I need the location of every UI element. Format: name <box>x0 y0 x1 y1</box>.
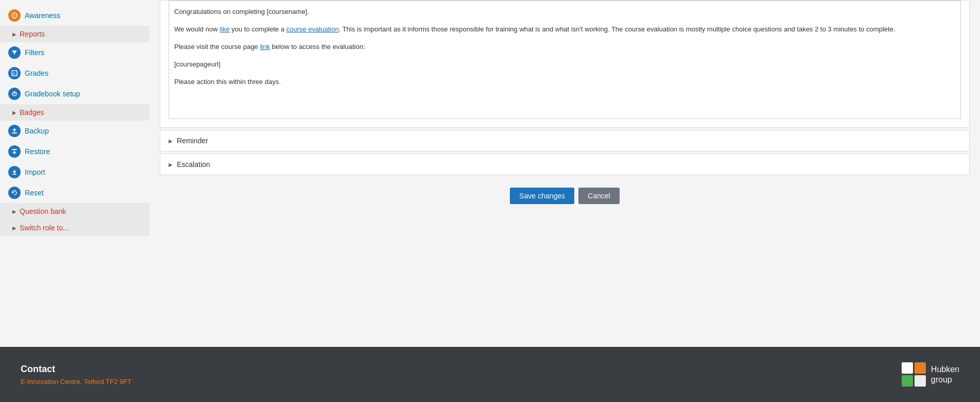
reminder-section: ▶ Reminder <box>160 130 970 152</box>
sidebar-item-awareness[interactable]: Awareness <box>0 5 150 26</box>
backup-icon <box>8 125 21 137</box>
svg-point-2 <box>14 16 15 18</box>
reports-arrow-icon: ▶ <box>12 31 16 37</box>
footer-logo-hubken: Hubken <box>931 364 959 374</box>
sidebar-item-backup-label: Backup <box>25 127 49 135</box>
footer-logo-group: group <box>931 375 959 384</box>
svg-rect-6 <box>12 132 17 133</box>
footer: Contact E-Innovation Centre, Telford TF2… <box>0 347 980 402</box>
sidebar-collapsible-badges-label: Badges <box>20 108 44 116</box>
cancel-button[interactable]: Cancel <box>578 188 620 204</box>
sidebar-collapsible-question-bank-label: Question bank <box>20 207 66 215</box>
footer-contact-heading: Contact <box>21 364 131 375</box>
grades-icon: A <box>8 67 21 79</box>
sidebar-item-grades-label: Grades <box>25 69 48 77</box>
email-line1: Congratulations on completing [coursenam… <box>174 6 955 18</box>
reminder-arrow-icon: ▶ <box>169 138 173 144</box>
email-text-content: Congratulations on completing [coursenam… <box>174 6 955 88</box>
email-section: Congratulations on completing [coursenam… <box>160 0 970 128</box>
badges-arrow-icon: ▶ <box>12 110 16 115</box>
email-text-area[interactable]: Congratulations on completing [coursenam… <box>169 1 961 119</box>
sidebar-item-backup[interactable]: Backup <box>0 121 150 141</box>
question-bank-arrow-icon: ▶ <box>12 209 16 214</box>
content-area: Congratulations on completing [coursenam… <box>150 0 980 347</box>
reset-icon <box>8 187 21 199</box>
logo-square-tl <box>902 362 913 374</box>
main-content: Awareness ▶ Reports Filters A Grades <box>0 0 980 347</box>
sidebar-item-grades[interactable]: A Grades <box>0 63 150 83</box>
sidebar-collapsible-reports-label: Reports <box>20 30 45 38</box>
sidebar-item-restore[interactable]: Restore <box>0 141 150 162</box>
page-wrapper: Awareness ▶ Reports Filters A Grades <box>0 0 980 402</box>
email-line4: [coursepageurl] <box>174 59 955 70</box>
logo-square-tr <box>915 362 926 374</box>
escalation-header[interactable]: ▶ Escalation <box>160 154 969 175</box>
filters-icon <box>8 46 21 59</box>
save-button[interactable]: Save changes <box>510 188 574 204</box>
sidebar-collapsible-switch-role[interactable]: ▶ Switch role to... <box>0 220 150 236</box>
import-icon <box>8 166 21 178</box>
sidebar-item-import-label: Import <box>25 168 45 176</box>
logo-square-bl <box>902 375 913 387</box>
hubken-logo-icon <box>902 362 926 387</box>
awareness-icon <box>8 9 21 22</box>
gradebook-icon <box>8 88 21 100</box>
reminder-header[interactable]: ▶ Reminder <box>160 130 969 151</box>
sidebar-collapsible-badges[interactable]: ▶ Badges <box>0 104 150 121</box>
svg-rect-7 <box>12 149 17 150</box>
sidebar: Awareness ▶ Reports Filters A Grades <box>0 0 150 347</box>
escalation-section: ▶ Escalation <box>160 154 970 175</box>
footer-address-link: TF2 9FT <box>106 378 131 386</box>
footer-address-plain: E-Innovation Centre, Telford <box>21 378 106 386</box>
email-line5: Please action this within three days. <box>174 76 955 88</box>
sidebar-item-gradebook-setup[interactable]: Gradebook setup <box>0 83 150 104</box>
sidebar-item-reset[interactable]: Reset <box>0 182 150 203</box>
footer-address: E-Innovation Centre, Telford TF2 9FT <box>21 378 131 386</box>
sidebar-item-import[interactable]: Import <box>0 162 150 182</box>
svg-text:A: A <box>13 72 15 75</box>
form-actions: Save changes Cancel <box>160 177 970 214</box>
sidebar-item-reset-label: Reset <box>25 189 44 197</box>
footer-logo-text: Hubken group <box>931 364 959 384</box>
logo-square-br <box>915 375 926 387</box>
footer-contact: Contact E-Innovation Centre, Telford TF2… <box>21 364 131 386</box>
sidebar-collapsible-question-bank[interactable]: ▶ Question bank <box>0 203 150 220</box>
restore-icon <box>8 145 21 158</box>
escalation-label: Escalation <box>177 160 210 169</box>
sidebar-collapsible-switch-role-label: Switch role to... <box>20 224 69 232</box>
sidebar-item-gradebook-label: Gradebook setup <box>25 90 80 98</box>
escalation-arrow-icon: ▶ <box>169 162 173 167</box>
sidebar-item-awareness-label: Awareness <box>25 11 60 20</box>
footer-logo: Hubken group <box>902 362 959 387</box>
email-line3: Please visit the course page link below … <box>174 41 955 53</box>
email-body: Congratulations on completing [coursenam… <box>160 1 969 127</box>
switch-role-arrow-icon: ▶ <box>12 225 16 231</box>
sidebar-collapsible-reports[interactable]: ▶ Reports <box>0 26 150 42</box>
sidebar-item-filters-label: Filters <box>25 48 44 57</box>
sidebar-item-restore-label: Restore <box>25 147 50 156</box>
svg-point-8 <box>13 171 16 173</box>
email-line2: We would now like you to complete a cour… <box>174 24 955 35</box>
sidebar-item-filters[interactable]: Filters <box>0 42 150 63</box>
reminder-label: Reminder <box>177 137 208 145</box>
